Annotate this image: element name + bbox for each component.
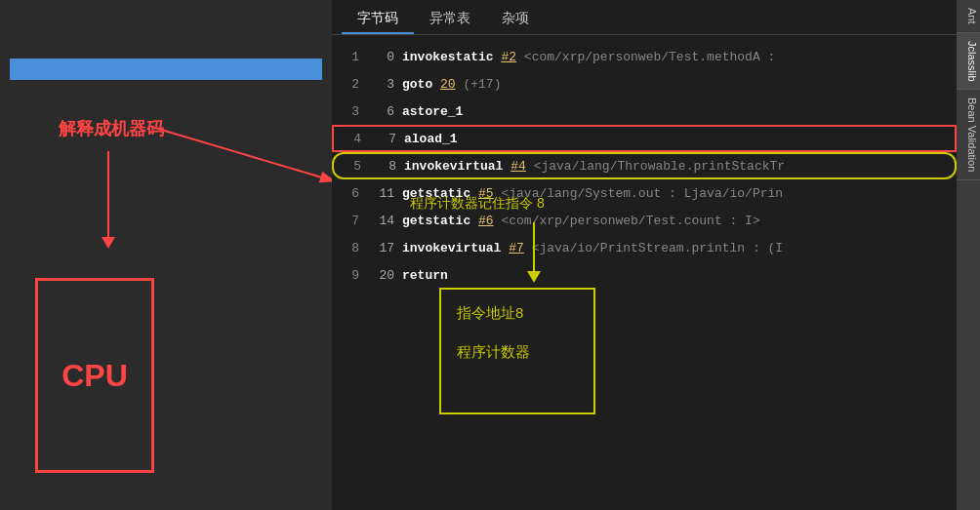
table-row: 8 17 invokevirtual #7 <java/io/PrintStre… xyxy=(332,234,957,261)
line-num-6: 6 xyxy=(340,186,359,201)
line-num-4: 4 xyxy=(342,132,361,146)
tab-exception-table[interactable]: 异常表 xyxy=(414,5,486,34)
sidebar-item-jclasslib[interactable]: Jclasslib xyxy=(957,33,980,91)
svg-line-0 xyxy=(151,127,332,180)
line-num-1: 1 xyxy=(340,50,359,64)
sidebar-item-ant[interactable]: Ant xyxy=(957,0,980,33)
tab-bytecode[interactable]: 字节码 xyxy=(342,5,414,34)
offset-7: 14 xyxy=(369,214,394,228)
program-counter-note: 程序计数器记住指令 8 xyxy=(410,195,545,213)
offset-9: 20 xyxy=(369,268,394,283)
code-text-7: getstatic #6 <com/xrp/personweb/Test.cou… xyxy=(402,214,760,228)
offset-8: 17 xyxy=(369,241,394,255)
table-row: 5 8 invokevirtual #4 <java/lang/Throwabl… xyxy=(332,152,957,179)
table-row: 3 6 astore_1 xyxy=(332,98,957,125)
tab-misc[interactable]: 杂项 xyxy=(486,5,545,34)
tabs-bar: 字节码 异常表 杂项 xyxy=(332,0,957,35)
table-row: 2 3 goto 20 (+17) xyxy=(332,70,957,98)
line-num-8: 8 xyxy=(340,241,359,255)
arrow-to-code xyxy=(151,127,347,244)
program-counter-label: 程序计数器 xyxy=(457,340,578,364)
instr-addr-text1: 指令地址8 xyxy=(457,301,578,325)
sidebar-item-bean-validation[interactable]: Bean Validation xyxy=(957,90,980,180)
offset-6: 11 xyxy=(369,186,394,201)
code-area: 字节码 异常表 杂项 1 0 invokestatic #2 <com/xrp/… xyxy=(332,0,957,510)
line-num-5: 5 xyxy=(342,159,361,174)
arrow-down xyxy=(527,222,541,283)
line-num-7: 7 xyxy=(340,214,359,228)
cpu-box: CPU xyxy=(35,278,154,473)
code-container: 1 0 invokestatic #2 <com/xrp/personweb/T… xyxy=(332,35,957,296)
offset-1: 0 xyxy=(369,50,394,64)
code-text-3: astore_1 xyxy=(402,104,463,119)
code-text-4: aload_1 xyxy=(404,132,458,146)
status-bar: CSDN @从零开始. xyxy=(664,489,980,510)
table-row: 9 20 return xyxy=(332,261,957,289)
line-num-2: 2 xyxy=(340,77,359,92)
blue-highlight-bar xyxy=(10,59,322,80)
left-panel: 解释成机器码 CPU xyxy=(0,0,332,510)
line-num-9: 9 xyxy=(340,268,359,283)
arrow-interpret-down xyxy=(107,151,109,239)
cpu-label: CPU xyxy=(61,358,128,394)
table-row: 4 7 aload_1 xyxy=(332,125,957,152)
code-text-2: goto 20 (+17) xyxy=(402,77,501,92)
interpret-label: 解释成机器码 xyxy=(59,117,164,140)
right-sidebar: Ant Jclasslib Bean Validation xyxy=(957,0,980,510)
table-row: 1 0 invokestatic #2 <com/xrp/personweb/T… xyxy=(332,43,957,70)
code-text-1: invokestatic #2 <com/xrp/personweb/Test.… xyxy=(402,50,775,64)
offset-3: 6 xyxy=(369,104,394,119)
offset-5: 8 xyxy=(371,159,396,174)
offset-4: 7 xyxy=(371,132,396,146)
offset-2: 3 xyxy=(369,77,394,92)
instruction-address-box: 指令地址8 程序计数器 xyxy=(439,288,595,414)
code-text-8: invokevirtual #7 <java/io/PrintStream.pr… xyxy=(402,241,783,255)
code-text-5: invokevirtual #4 <java/lang/Throwable.pr… xyxy=(404,159,785,174)
line-num-3: 3 xyxy=(340,104,359,119)
code-text-9: return xyxy=(402,268,448,283)
